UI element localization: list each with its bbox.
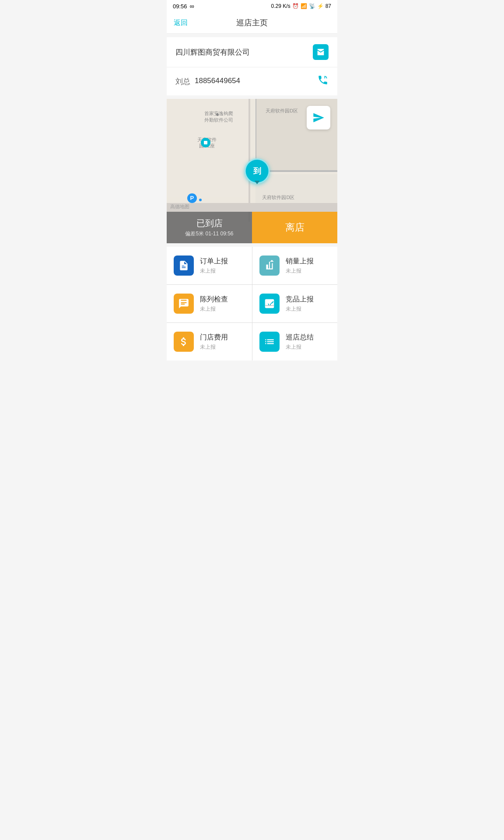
- action-item-store-expense[interactable]: 门店费用 未上报: [167, 323, 252, 360]
- sales-report-sub: 未上报: [286, 267, 314, 275]
- competitor-report-sub: 未上报: [286, 305, 314, 313]
- arrived-button[interactable]: 已到店 偏差5米 01-11 09:56: [167, 212, 252, 243]
- nav-bar: 返回 巡店主页: [167, 12, 337, 34]
- call-icon[interactable]: [317, 74, 329, 88]
- contact-row[interactable]: 刘总 18856449654: [167, 67, 337, 95]
- network-speed: 0.29 K/s: [271, 3, 290, 9]
- display-check-sub: 未上报: [200, 305, 228, 313]
- tour-summary-sub: 未上报: [286, 343, 314, 351]
- sales-report-text: 销量上报 未上报: [286, 257, 314, 275]
- arrived-text: 已到店: [196, 217, 223, 229]
- tour-summary-icon: [259, 332, 280, 352]
- store-name-row: 四川辉图商贸有限公司: [167, 37, 337, 67]
- back-button[interactable]: 返回: [174, 18, 188, 28]
- display-check-title: 陈列检查: [200, 295, 228, 304]
- d2-marker: [201, 138, 210, 147]
- competitor-report-title: 竞品上报: [286, 295, 314, 304]
- display-check-text: 陈列检查 未上报: [200, 295, 228, 313]
- wifi-icon: 📶: [301, 3, 307, 9]
- action-grid: 订单上报 未上报 销量上报 未上报 陈列检查 未上报: [167, 247, 337, 360]
- signal-icon: 📡: [309, 3, 315, 9]
- clock-icon: ⏰: [292, 3, 299, 9]
- store-expense-text: 门店费用 未上报: [200, 333, 228, 351]
- parking-dot: [199, 199, 202, 201]
- action-item-display-check[interactable]: 陈列检查 未上报: [167, 285, 252, 322]
- order-report-icon: [174, 256, 194, 276]
- action-item-tour-summary[interactable]: 巡店总结 未上报: [252, 323, 338, 360]
- store-icon: [313, 44, 329, 60]
- order-report-sub: 未上报: [200, 267, 228, 275]
- map-watermark: 高德地图: [170, 203, 189, 210]
- map-section: 首家安逸钩爬外勤软件公司 天府软件园D区 天府软件园D2座 天府软件园D区 到 …: [167, 99, 337, 243]
- parking-icon: P: [187, 193, 197, 203]
- pin-label: 到: [253, 166, 261, 176]
- contact-info: 刘总 18856449654: [175, 77, 240, 87]
- map-label-2: 天府软件园D区: [266, 108, 298, 114]
- tour-summary-text: 巡店总结 未上报: [286, 333, 314, 351]
- contact-name: 刘总: [175, 77, 190, 87]
- navigation-button[interactable]: [307, 106, 330, 130]
- map-label-1: 首家安逸钩爬外勤软件公司: [204, 110, 233, 123]
- store-expense-title: 门店费用: [200, 333, 228, 342]
- status-bar: 09:56 ∞ 0.29 K/s ⏰ 📶 📡 ⚡ 87: [167, 0, 337, 12]
- sales-report-icon: [259, 256, 280, 276]
- store-info-section: 四川辉图商贸有限公司 刘总 18856449654: [167, 37, 337, 95]
- svg-rect-0: [204, 141, 207, 144]
- charging-icon: ⚡: [317, 3, 324, 9]
- loop-icon: ∞: [190, 3, 194, 10]
- action-item-sales-report[interactable]: 销量上报 未上报: [252, 247, 338, 284]
- order-report-title: 订单上报: [200, 257, 228, 266]
- location-pin: 到: [245, 158, 270, 184]
- map-bottom-overlay: 已到店 偏差5米 01-11 09:56 离店: [167, 212, 337, 243]
- arrived-sub: 偏差5米 01-11 09:56: [185, 230, 233, 238]
- battery-level: 87: [326, 3, 331, 9]
- competitor-report-text: 竞品上报 未上报: [286, 295, 314, 313]
- leave-button[interactable]: 离店: [252, 212, 337, 243]
- store-name: 四川辉图商贸有限公司: [175, 47, 250, 57]
- map-label-4: 天府软件园D区: [262, 194, 294, 200]
- tour-summary-title: 巡店总结: [286, 333, 314, 342]
- status-time: 09:56: [173, 3, 187, 10]
- action-item-order-report[interactable]: 订单上报 未上报: [167, 247, 252, 284]
- sales-report-title: 销量上报: [286, 257, 314, 266]
- display-check-icon: [174, 294, 194, 314]
- pin-circle: 到: [245, 158, 270, 184]
- order-report-text: 订单上报 未上报: [200, 257, 228, 275]
- page-title: 巡店主页: [236, 18, 268, 28]
- store-expense-sub: 未上报: [200, 343, 228, 351]
- competitor-report-icon: [259, 294, 280, 314]
- store-expense-icon: [174, 332, 194, 352]
- map-background: 首家安逸钩爬外勤软件公司 天府软件园D区 天府软件园D2座 天府软件园D区 到 …: [167, 99, 337, 243]
- svg-rect-2: [265, 305, 274, 306]
- phone-number: 18856449654: [195, 77, 240, 87]
- action-item-competitor-report[interactable]: 竞品上报 未上报: [252, 285, 338, 322]
